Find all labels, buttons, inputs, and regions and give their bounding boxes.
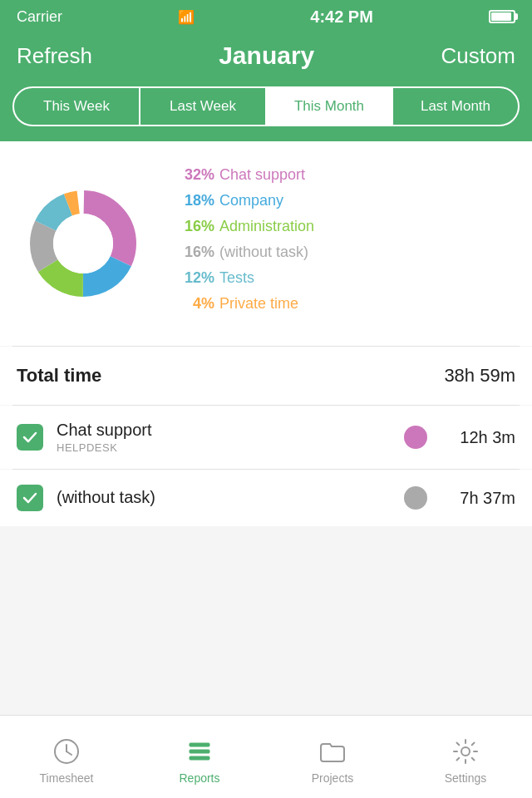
donut-chart [17, 177, 150, 310]
task-dot-without [404, 486, 427, 510]
nav-item-reports[interactable]: Reports [133, 730, 266, 785]
wifi-icon: 📶 [178, 9, 195, 25]
task-info-chat: Chat support HELPDESK [57, 421, 391, 454]
custom-button[interactable]: Custom [441, 43, 515, 69]
task-sub-chat: HELPDESK [57, 441, 391, 454]
task-name-chat: Chat support [57, 421, 391, 440]
legend-pct-company: 18% [175, 192, 214, 209]
status-bar: Carrier 📶 4:42 PM [0, 0, 532, 33]
legend-item-private: 4% Private time [175, 295, 515, 313]
legend-pct-without: 16% [175, 244, 214, 261]
legend-item-without: 16% (without task) [175, 244, 515, 261]
legend-item-company: 18% Company [175, 192, 515, 209]
tab-segment-inner: This Week Last Week This Month Last Mont… [12, 86, 520, 126]
task-checkbox-chat[interactable] [17, 424, 43, 451]
task-dot-chat [404, 426, 427, 449]
nav-label-reports: Reports [179, 771, 219, 785]
legend: 32% Chat support 18% Company 16% Adminis… [175, 166, 515, 321]
carrier-text: Carrier [17, 8, 62, 26]
nav-item-timesheet[interactable]: Timesheet [0, 730, 133, 785]
checkmark-icon-without [22, 490, 37, 505]
list-icon [185, 736, 214, 766]
header-title: January [219, 42, 314, 70]
legend-label-without: (without task) [219, 244, 308, 261]
svg-point-6 [461, 747, 470, 756]
tab-last-month[interactable]: Last Month [393, 88, 518, 125]
svg-rect-4 [190, 750, 209, 753]
folder-icon [318, 736, 347, 766]
tab-this-week[interactable]: This Week [14, 88, 140, 125]
legend-label-company: Company [219, 192, 283, 209]
legend-label-tests: Tests [219, 269, 254, 287]
legend-label-private: Private time [219, 295, 298, 313]
legend-pct-chat: 32% [175, 166, 214, 184]
tab-this-month[interactable]: This Month [267, 88, 393, 125]
svg-rect-5 [190, 756, 209, 760]
task-checkbox-without[interactable] [17, 485, 43, 511]
checkmark-icon-chat [22, 430, 37, 445]
time-display: 4:42 PM [310, 7, 373, 27]
legend-pct-private: 4% [175, 295, 214, 313]
task-row-without[interactable]: (without task) 7h 37m [0, 470, 532, 526]
nav-label-projects: Projects [312, 771, 354, 785]
nav-label-timesheet: Timesheet [40, 771, 94, 785]
refresh-button[interactable]: Refresh [17, 43, 92, 69]
total-time-value: 38h 59m [444, 365, 515, 387]
clock-icon [52, 736, 81, 766]
task-time-chat: 12h 3m [441, 428, 515, 447]
legend-pct-tests: 12% [175, 269, 214, 287]
donut-hole [53, 214, 113, 273]
legend-item-chat: 32% Chat support [175, 166, 515, 184]
task-time-without: 7h 37m [441, 489, 515, 508]
task-row-chat[interactable]: Chat support HELPDESK 12h 3m [0, 406, 532, 469]
task-info-without: (without task) [57, 488, 391, 509]
tab-last-week[interactable]: Last Week [140, 88, 267, 125]
legend-label-admin: Administration [219, 218, 314, 235]
svg-line-2 [66, 751, 71, 755]
task-name-without: (without task) [57, 488, 391, 507]
chart-section: 32% Chat support 18% Company 16% Adminis… [0, 141, 532, 346]
svg-rect-3 [190, 743, 209, 746]
bottom-nav: Timesheet Reports Projects Settings [0, 715, 532, 798]
donut-svg [17, 177, 150, 310]
nav-item-settings[interactable]: Settings [399, 730, 532, 785]
legend-item-tests: 12% Tests [175, 269, 515, 287]
gear-icon [451, 736, 480, 766]
total-time-label: Total time [17, 365, 101, 387]
total-time-row: Total time 38h 59m [0, 347, 532, 405]
header: Refresh January Custom [0, 33, 532, 86]
legend-pct-admin: 16% [175, 218, 214, 235]
nav-item-projects[interactable]: Projects [266, 730, 399, 785]
tab-segment: This Week Last Week This Month Last Mont… [0, 86, 532, 141]
nav-label-settings: Settings [445, 771, 487, 785]
legend-item-admin: 16% Administration [175, 218, 515, 235]
legend-label-chat: Chat support [219, 166, 305, 184]
battery-indicator [489, 10, 515, 23]
